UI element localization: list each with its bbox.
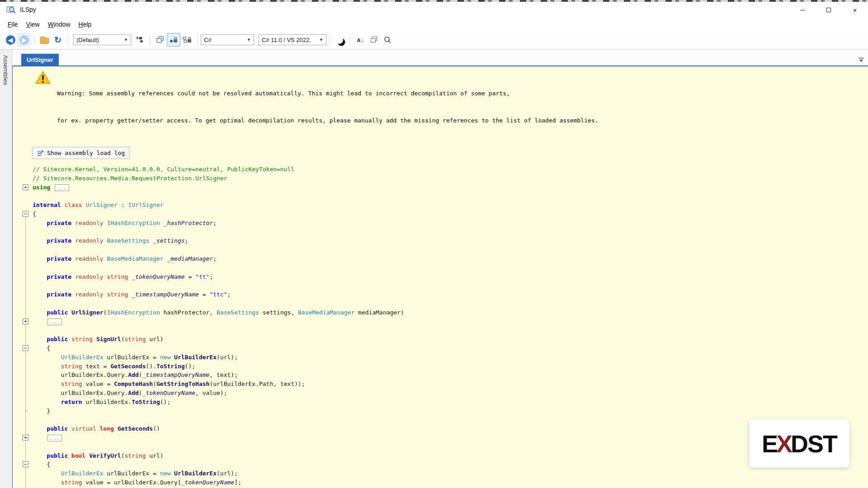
code-line: return urlBuilderEx.ToString(); [13,398,868,407]
theme-toggle-button[interactable] [333,33,347,47]
minimize-icon [800,10,805,10]
fold-collapse-icon[interactable]: − [23,461,28,467]
code-line: string text = GetSeconds().ToString(); [13,362,868,371]
code-line: private readonly IHashEncryption _hashPr… [13,219,868,228]
collapsed-region-box[interactable]: ... [47,435,62,441]
window-title: ILSpy [20,6,36,13]
fold-guide-line [25,245,26,254]
show-public-only-toggle[interactable] [167,33,180,47]
decompiled-code-view[interactable]: Warning: Some assembly references could … [12,66,868,488]
fold-expand-icon[interactable]: + [23,184,28,190]
open-assembly-button[interactable] [38,33,51,47]
code-line: private readonly BaseSettings _settings; [13,236,868,245]
code-line: public string SignUrl(string url) [13,335,868,344]
moon-icon [335,35,344,44]
assemblies-panel-strip[interactable]: Assemblies [0,50,12,488]
menu-item-view[interactable]: View [22,19,44,29]
refresh-icon: ↻ [54,36,61,44]
assembly-warning-banner: Warning: Some assembly references could … [13,66,868,143]
fold-guide-line [25,219,26,228]
ilspy-window: ILSpy × FileViewWindowHelp ◀ ▶ ↻ (Defaul… [0,0,868,488]
fold-guide-line [25,272,26,282]
navigate-back-button[interactable]: ◀ [4,33,17,47]
fold-guide-line [25,281,26,290]
fold-guide-line [25,353,26,362]
code-line: −{ [13,210,868,219]
toolbar-separator [150,34,150,46]
tab-row: UrlSigner [12,50,868,66]
tab-urlsigner[interactable]: UrlSigner [21,54,59,66]
back-icon: ◀ [6,35,15,45]
search-icon [384,36,392,44]
open-folder-icon [40,38,49,44]
fold-collapse-icon[interactable]: − [23,345,28,351]
menu-item-help[interactable]: Help [75,19,96,29]
fold-guide-line [25,236,26,245]
fold-guide-line [25,469,26,478]
code-line: public bool VerifyUrl(string url) [13,451,868,460]
language-dropdown[interactable]: C# ▼ [201,34,254,45]
maximize-button[interactable] [816,2,842,18]
code-line: public UrlSigner(IHashEncryption hashPro… [13,308,868,317]
search-button[interactable] [381,33,394,47]
code-line: private readonly string _timestampQueryN… [13,290,868,299]
language-value: C# [204,37,212,43]
code-line: urlBuilderEx.Query.Add(_tokenQueryName, … [13,389,868,398]
chevron-down-icon: ▼ [247,38,251,42]
code-line [13,245,868,254]
fold-expand-icon[interactable]: + [23,435,28,441]
code-line [13,228,868,237]
close-button[interactable]: × [842,2,868,18]
tab-list-chevron-icon[interactable] [858,57,864,63]
warning-line-2: for ex. property getter/setter access. T… [57,116,598,125]
reload-assemblies-button[interactable]: ↻ [51,33,65,47]
collapsed-region-box[interactable]: ... [47,319,62,325]
warning-line-1: Warning: Some assembly references could … [57,89,598,98]
load-log-icon [37,150,44,156]
fold-guide-line [25,326,26,335]
navigate-forward-button[interactable]: ▶ [17,33,31,47]
warning-text: Warning: Some assembly references could … [57,71,598,143]
sort-az-icon: A↓ [357,36,364,43]
fold-guide-line [25,362,26,371]
code-line: UrlBuilderEx urlBuilderEx = new UrlBuild… [13,469,868,478]
minimize-button[interactable] [789,2,816,18]
show-compiler-generated-toggle[interactable] [180,33,194,47]
fold-guide-line [25,415,26,424]
sort-alphabetically-button[interactable]: A↓ [354,33,367,47]
code-line [13,263,868,272]
close-icon: × [853,7,857,14]
show-internal-api-button[interactable] [153,33,167,47]
code-line [13,415,868,424]
code-line [13,442,868,451]
show-assembly-load-log-button[interactable]: Show assembly load log [32,147,130,159]
fold-collapse-icon[interactable]: − [23,211,28,217]
code-line: +using ... [13,183,868,192]
assembly-list-dropdown[interactable]: (Default) ▼ [73,34,131,45]
language-version-dropdown[interactable]: C# 11.0 / VS 2022. ▼ [259,34,326,45]
toolbar: ◀ ▶ ↻ (Default) ▼ [0,30,868,50]
fold-expand-icon[interactable]: + [23,319,28,324]
window-cascade-button[interactable] [367,33,381,47]
overlapping-windows-icon [156,36,164,43]
collapsed-region-box[interactable]: ... [55,184,69,191]
code-editor[interactable]: // Sitecore.Kernel, Version=41.0.0.0, Cu… [13,165,868,488]
language-version-value: C# 11.0 / VS 2022. [262,37,311,43]
menu-item-file[interactable]: File [4,19,22,29]
fold-guide-line [25,398,26,407]
code-line: + ... [13,433,868,442]
manage-assembly-lists-button[interactable] [133,33,146,47]
menu-item-window[interactable]: Window [44,19,75,29]
maximize-icon [826,8,831,12]
fold-guide-line [25,380,26,389]
code-line: public virtual long GetSeconds() [13,424,868,433]
cascade-windows-icon [370,37,377,43]
code-line [13,326,868,335]
fold-guide-line [25,254,26,263]
fold-guide-line [25,424,26,433]
fold-end-marker [25,411,28,411]
toolbar-separator [197,34,198,46]
warning-icon [35,71,51,84]
menu-bar: FileViewWindowHelp [0,18,868,30]
toolbar-separator [330,34,330,46]
